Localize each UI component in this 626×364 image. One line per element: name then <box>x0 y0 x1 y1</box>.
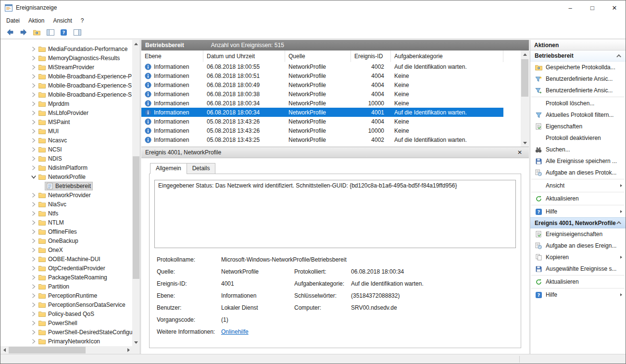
tree-item-primarynetworkicon[interactable]: PrimaryNetworkIcon <box>0 337 132 346</box>
menu-item-help[interactable]: ? <box>76 16 88 25</box>
show-console-tree-button[interactable] <box>44 27 56 38</box>
tree-item-ncsi[interactable]: NCSI <box>0 145 132 154</box>
event-row[interactable]: Informationen05.08.2018 13:43:26NetworkP… <box>141 126 503 135</box>
menu-item-ansicht[interactable]: Ansicht <box>49 16 76 25</box>
tree-item-perceptionsensordataservice[interactable]: PerceptionSensorDataService <box>0 300 132 309</box>
scrollbar-thumb[interactable] <box>521 59 528 97</box>
chevron-right-icon[interactable] <box>30 339 37 344</box>
tree-item-ndisimplatform[interactable]: NdisImPlatform <box>0 163 132 172</box>
action-benutzerdefinierte-ansic[interactable]: Benutzerdefinierte Ansic... <box>530 73 626 85</box>
chevron-right-icon[interactable] <box>30 83 37 88</box>
tree-item-otpcredentialprovider[interactable]: OtpCredentialProvider <box>0 264 132 273</box>
event-row[interactable]: Informationen06.08.2018 18:00:38NetworkP… <box>141 89 503 99</box>
scroll-up-button[interactable] <box>521 50 529 58</box>
chevron-right-icon[interactable] <box>30 111 37 115</box>
maximize-button[interactable]: □ <box>581 0 603 15</box>
event-row[interactable]: Informationen05.08.2018 13:43:25NetworkP… <box>141 135 503 144</box>
event-row[interactable]: Informationen06.08.2018 18:00:34NetworkP… <box>141 99 503 108</box>
action-ausgew-hlte-ereignisse-s[interactable]: Ausgewählte Ereignisse s... <box>530 263 626 275</box>
scroll-up-button[interactable] <box>132 40 140 48</box>
event-row[interactable]: Informationen06.08.2018 18:00:49NetworkP… <box>141 80 503 89</box>
online-help-link[interactable]: Onlinehilfe <box>221 328 249 335</box>
tree-item-networkprofile[interactable]: NetworkProfile <box>0 172 132 181</box>
chevron-right-icon[interactable] <box>30 129 37 134</box>
chevron-right-icon[interactable] <box>30 275 37 280</box>
chevron-right-icon[interactable] <box>30 120 37 125</box>
tree-item-mobile-broadband-experience-s[interactable]: Mobile-Broadband-Experience-S <box>0 90 132 99</box>
chevron-right-icon[interactable] <box>30 330 37 335</box>
tree-item-mediafoundation-performance[interactable]: MediaFoundation-Performance <box>0 44 132 53</box>
scroll-right-button[interactable] <box>125 346 132 354</box>
chevron-right-icon[interactable] <box>30 248 37 252</box>
event-row[interactable]: Informationen05.08.2018 13:43:26NetworkP… <box>141 117 503 126</box>
scroll-left-button[interactable] <box>0 346 8 354</box>
tree-item-memorydiagnostics-results[interactable]: MemoryDiagnostics-Results <box>0 53 132 63</box>
action-ereigniseigenschaften[interactable]: Ereigniseigenschaften <box>530 228 626 240</box>
chevron-right-icon[interactable] <box>30 47 37 51</box>
action-aufgabe-an-dieses-protok[interactable]: Aufgabe an dieses Protok... <box>530 167 626 178</box>
tree-item-mui[interactable]: MUI <box>0 126 132 136</box>
action-section-header-betriebsbereit[interactable]: Betriebsbereit <box>530 50 626 62</box>
chevron-right-icon[interactable] <box>30 229 37 234</box>
event-row[interactable]: Informationen06.08.2018 18:00:34NetworkP… <box>141 108 503 117</box>
tree-item-onex[interactable]: OneX <box>0 245 132 254</box>
close-detail-button[interactable]: ✕ <box>515 149 524 156</box>
tab-allgemein[interactable]: Allgemein <box>150 163 187 174</box>
column-header-quelle[interactable]: Quelle <box>285 50 351 62</box>
action-kopieren[interactable]: Kopieren <box>530 251 626 263</box>
chevron-right-icon[interactable] <box>30 257 37 262</box>
tree-item-nlasvc[interactable]: NlaSvc <box>0 200 132 209</box>
tree-item-mobile-broadband-experience-p[interactable]: Mobile-Broadband-Experience-P <box>0 72 132 81</box>
action-ansicht[interactable]: Ansicht <box>530 180 626 191</box>
open-saved-log-button[interactable] <box>31 27 43 38</box>
tree-item-mprddm[interactable]: Mprddm <box>0 99 132 108</box>
minimize-button[interactable]: – <box>559 0 581 15</box>
close-button[interactable]: ✕ <box>603 0 626 15</box>
tree-item-onebackup[interactable]: OneBackup <box>0 236 132 245</box>
column-header-ebene[interactable]: Ebene <box>141 50 203 62</box>
scroll-down-button[interactable] <box>521 139 529 147</box>
action-aufgabe-an-dieses-ereign[interactable]: Aufgabe an dieses Ereign... <box>530 240 626 251</box>
action-hilfe[interactable]: ?Hilfe <box>530 289 626 301</box>
chevron-right-icon[interactable] <box>30 193 37 198</box>
forward-button[interactable] <box>17 27 29 38</box>
chevron-right-icon[interactable] <box>30 147 37 152</box>
chevron-right-icon[interactable] <box>30 138 37 143</box>
chevron-right-icon[interactable] <box>30 266 37 271</box>
tab-details[interactable]: Details <box>187 163 216 174</box>
action-aktualisieren[interactable]: Aktualisieren <box>530 193 626 204</box>
show-action-pane-button[interactable] <box>71 27 83 38</box>
chevron-right-icon[interactable] <box>30 74 37 79</box>
action-gespeicherte-protokollda[interactable]: Gespeicherte Protokollda... <box>530 62 626 73</box>
tree-item-mobile-broadband-experience-s[interactable]: Mobile-Broadband-Experience-S <box>0 81 132 90</box>
menu-item-datei[interactable]: Datei <box>2 16 24 25</box>
chevron-right-icon[interactable] <box>30 165 37 170</box>
chevron-right-icon[interactable] <box>30 293 37 298</box>
help-button[interactable]: ? <box>58 27 70 38</box>
chevron-right-icon[interactable] <box>30 321 37 326</box>
chevron-right-icon[interactable] <box>30 284 37 289</box>
chevron-right-icon[interactable] <box>30 211 37 216</box>
action-benutzerdefinierte-ansic[interactable]: Benutzerdefinierte Ansic... <box>530 85 626 96</box>
chevron-right-icon[interactable] <box>30 65 37 70</box>
tree-item-packagestateroaming[interactable]: PackageStateRoaming <box>0 273 132 282</box>
chevron-right-icon[interactable] <box>30 101 37 106</box>
tree-item-powershell[interactable]: PowerShell <box>0 318 132 327</box>
action-suchen[interactable]: Suchen... <box>530 144 626 155</box>
action-alle-ereignisse-speichern[interactable]: Alle Ereignisse speichern ... <box>530 155 626 167</box>
scrollbar-thumb[interactable] <box>9 347 86 353</box>
action-protokoll-deaktivieren[interactable]: Protokoll deaktivieren <box>530 132 626 144</box>
menu-item-aktion[interactable]: Aktion <box>24 16 49 25</box>
tree-vertical-scrollbar[interactable] <box>132 40 140 346</box>
action-aktualisieren[interactable]: Aktualisieren <box>530 276 626 288</box>
tree-item-ncasvc[interactable]: Ncasvc <box>0 136 132 145</box>
action-eigenschaften[interactable]: Eigenschaften <box>530 121 626 132</box>
tree-item-ndis[interactable]: NDIS <box>0 154 132 163</box>
action-protokoll-l-schen[interactable]: Protokoll löschen... <box>530 98 626 109</box>
tree-item-mistreamprovider[interactable]: MiStreamProvider <box>0 63 132 72</box>
chevron-right-icon[interactable] <box>30 156 37 161</box>
event-row[interactable]: Informationen06.08.2018 18:00:51NetworkP… <box>141 71 503 80</box>
tree-item-ntlm[interactable]: NTLM <box>0 218 132 227</box>
action-aktuelles-protokoll-filtern[interactable]: Aktuelles Protokoll filtern... <box>530 109 626 121</box>
scrollbar-thumb[interactable] <box>133 156 139 279</box>
